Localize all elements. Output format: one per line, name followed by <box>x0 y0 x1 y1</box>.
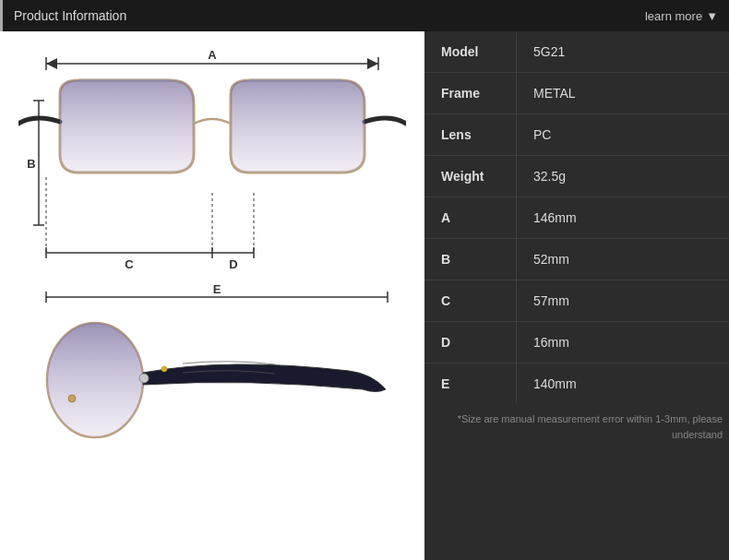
svg-text:B: B <box>27 157 35 171</box>
spec-row: E 140mm <box>424 363 729 404</box>
spec-label: Frame <box>424 73 517 113</box>
spec-value: METAL <box>517 73 729 113</box>
main-content: A B <box>0 31 729 560</box>
spec-value: 57mm <box>517 280 729 321</box>
svg-text:A: A <box>208 48 217 62</box>
spec-value: PC <box>517 114 729 155</box>
spec-row: A 146mm <box>424 197 729 239</box>
side-diagram: E <box>18 280 406 483</box>
spec-table: Model 5G21 Frame METAL Lens PC Weight 32… <box>424 31 729 404</box>
spec-row: B 52mm <box>424 239 729 280</box>
page-title: Product Information <box>14 8 126 23</box>
svg-point-24 <box>68 395 76 402</box>
svg-point-25 <box>139 374 149 383</box>
spec-value: 16mm <box>517 322 729 363</box>
specs-panel: Model 5G21 Frame METAL Lens PC Weight 32… <box>424 31 729 560</box>
spec-row: Model 5G21 <box>424 31 729 73</box>
spec-row: D 16mm <box>424 322 729 363</box>
spec-row: Weight 32.5g <box>424 156 729 197</box>
spec-label: Lens <box>424 114 517 155</box>
svg-text:E: E <box>213 282 221 296</box>
spec-row: Lens PC <box>424 114 729 156</box>
product-diagram-panel: A B <box>0 31 424 560</box>
spec-value: 52mm <box>517 239 729 280</box>
spec-label: E <box>424 363 517 404</box>
svg-text:C: C <box>125 257 134 271</box>
spec-row: Frame METAL <box>424 73 729 114</box>
spec-label: Model <box>424 31 517 72</box>
spec-label: B <box>424 239 517 280</box>
page-header: Product Information learn more ▼ <box>0 0 729 31</box>
spec-value: 140mm <box>517 363 729 404</box>
spec-label: C <box>424 280 517 321</box>
front-diagram: A B <box>18 41 406 280</box>
spec-value: 32.5g <box>517 156 729 197</box>
svg-point-23 <box>47 323 143 437</box>
svg-text:D: D <box>229 257 237 271</box>
spec-row: C 57mm <box>424 280 729 322</box>
spec-label: D <box>424 322 517 363</box>
svg-point-26 <box>161 366 167 372</box>
side-diagram-svg: E <box>18 280 406 474</box>
spec-value: 146mm <box>517 197 729 238</box>
spec-label: A <box>424 197 517 238</box>
spec-value: 5G21 <box>517 31 729 72</box>
spec-label: Weight <box>424 156 517 197</box>
measurement-note: *Size are manual measurement error withi… <box>424 404 729 449</box>
front-diagram-svg: A B <box>18 41 406 280</box>
learn-more-link[interactable]: learn more ▼ <box>645 9 718 23</box>
